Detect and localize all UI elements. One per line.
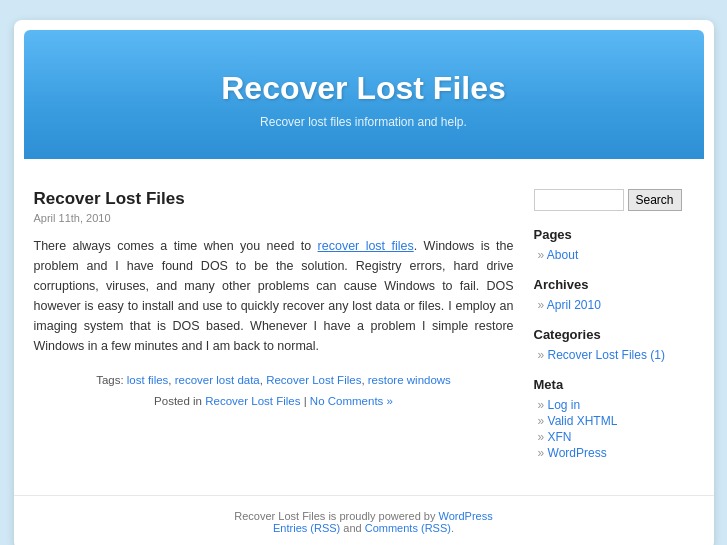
post-body-text-after-link: . Windows is the problem and I have foun…	[34, 239, 514, 353]
list-item: Valid XHTML	[538, 413, 694, 429]
sidebar-categories: Categories Recover Lost Files (1)	[534, 327, 694, 363]
list-item: Recover Lost Files (1)	[538, 347, 694, 363]
list-item: XFN	[538, 429, 694, 445]
sidebar-pages: Pages About	[534, 227, 694, 263]
tag-restore-windows[interactable]: restore windows	[368, 374, 451, 386]
post-body-text-before-link: There always comes a time when you need …	[34, 239, 318, 253]
wordpress-link[interactable]: WordPress	[548, 446, 607, 460]
meta-list: Log in Valid XHTML XFN WordPress	[534, 397, 694, 461]
valid-xhtml-link[interactable]: Valid XHTML	[548, 414, 618, 428]
sidebar-meta: Meta Log in Valid XHTML XFN WordPress	[534, 377, 694, 461]
sidebar-archives: Archives April 2010	[534, 277, 694, 313]
search-box: Search	[534, 189, 694, 211]
post-category-line: Posted in Recover Lost Files | No Commen…	[34, 391, 514, 412]
post-meta: Tags: lost files, recover lost data, Rec…	[34, 370, 514, 411]
footer-text: Recover Lost Files is proudly powered by	[234, 510, 438, 522]
site-title: Recover Lost Files	[44, 70, 684, 107]
recover-lost-files-category-link[interactable]: Recover Lost Files (1)	[548, 348, 665, 362]
footer-comments-rss-link[interactable]: Comments (RSS)	[365, 522, 451, 534]
list-item: About	[538, 247, 694, 263]
tag-recover-lost-files[interactable]: Recover Lost Files	[266, 374, 361, 386]
list-item: April 2010	[538, 297, 694, 313]
site-header: Recover Lost Files Recover lost files in…	[24, 30, 704, 159]
search-input[interactable]	[534, 189, 624, 211]
post-title: Recover Lost Files	[34, 189, 514, 209]
post-tags-line: Tags: lost files, recover lost data, Rec…	[34, 370, 514, 391]
archives-list: April 2010	[534, 297, 694, 313]
comments-link[interactable]: No Comments »	[310, 395, 393, 407]
category-link[interactable]: Recover Lost Files	[205, 395, 300, 407]
categories-list: Recover Lost Files (1)	[534, 347, 694, 363]
meta-title: Meta	[534, 377, 694, 392]
pages-list: About	[534, 247, 694, 263]
april-2010-link[interactable]: April 2010	[547, 298, 601, 312]
page-wrapper: Recover Lost Files Recover lost files in…	[14, 20, 714, 545]
post-date: April 11th, 2010	[34, 212, 514, 224]
footer-and-label: and	[340, 522, 364, 534]
site-footer: Recover Lost Files is proudly powered by…	[14, 495, 714, 545]
tags-label: Tags:	[96, 374, 127, 386]
content-wrapper: Recover Lost Files April 11th, 2010 Ther…	[14, 169, 714, 485]
list-item: Log in	[538, 397, 694, 413]
separator: |	[300, 395, 309, 407]
footer-entries-rss-link[interactable]: Entries (RSS)	[273, 522, 340, 534]
pages-title: Pages	[534, 227, 694, 242]
footer-period: .	[451, 522, 454, 534]
xfn-link[interactable]: XFN	[548, 430, 572, 444]
site-tagline: Recover lost files information and help.	[44, 115, 684, 129]
login-link[interactable]: Log in	[548, 398, 581, 412]
about-link[interactable]: About	[547, 248, 578, 262]
footer-wordpress-link[interactable]: WordPress	[439, 510, 493, 522]
archives-title: Archives	[534, 277, 694, 292]
post-body: There always comes a time when you need …	[34, 236, 514, 356]
main-content: Recover Lost Files April 11th, 2010 Ther…	[34, 189, 514, 475]
search-button[interactable]: Search	[628, 189, 682, 211]
tag-lost-files[interactable]: lost files	[127, 374, 169, 386]
sidebar: Search Pages About Archives April 2010 C…	[534, 189, 694, 475]
tag-recover-lost-data[interactable]: recover lost data	[175, 374, 260, 386]
list-item: WordPress	[538, 445, 694, 461]
posted-in-label: Posted in	[154, 395, 205, 407]
categories-title: Categories	[534, 327, 694, 342]
recover-lost-files-link[interactable]: recover lost files	[318, 239, 414, 253]
